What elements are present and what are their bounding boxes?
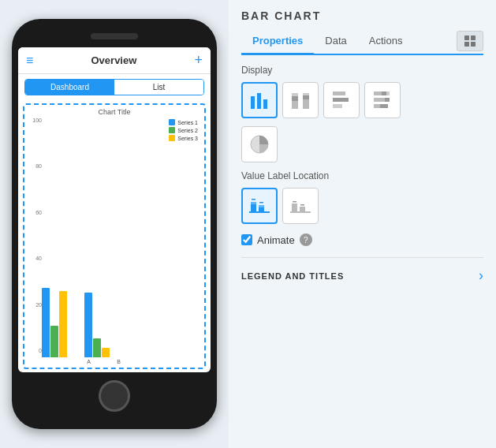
value-label-outside[interactable] bbox=[282, 188, 319, 224]
tab-properties[interactable]: Properties bbox=[241, 28, 314, 55]
help-icon[interactable]: ? bbox=[300, 233, 312, 246]
tab-dashboard[interactable]: Dashboard bbox=[25, 80, 114, 95]
phone-home-button[interactable] bbox=[99, 380, 130, 412]
animate-checkbox[interactable] bbox=[241, 234, 252, 245]
bar-b-s3 bbox=[102, 348, 110, 357]
phone-screen: ≡ Overview + Dashboard List Chart Title … bbox=[18, 47, 211, 372]
legend-label-s1: Series 1 bbox=[177, 120, 198, 125]
y-label: 80 bbox=[28, 163, 42, 169]
legend-label-s2: Series 2 bbox=[177, 128, 198, 133]
phone-device: ≡ Overview + Dashboard List Chart Title … bbox=[12, 19, 217, 429]
chart-title: Chart Title bbox=[28, 108, 201, 116]
display-stacked-bar[interactable] bbox=[282, 82, 319, 118]
legend-dot-s3 bbox=[169, 135, 175, 141]
bar-group-b bbox=[84, 293, 110, 357]
grid-icon bbox=[464, 35, 476, 47]
svg-rect-11 bbox=[303, 95, 309, 99]
bar-a-s2 bbox=[50, 326, 58, 357]
horizontal-bar-icon bbox=[330, 88, 353, 112]
svg-rect-21 bbox=[374, 104, 380, 108]
svg-rect-32 bbox=[292, 203, 297, 211]
display-section-label: Display bbox=[241, 65, 483, 76]
chart-legend: Series 1 Series 2 Series 3 bbox=[166, 118, 201, 364]
chevron-right-icon: › bbox=[479, 267, 483, 284]
svg-rect-1 bbox=[471, 35, 475, 40]
svg-rect-31 bbox=[290, 211, 311, 213]
svg-rect-13 bbox=[333, 91, 345, 95]
chart-body: 100 80 60 40 20 0 bbox=[28, 118, 201, 364]
svg-rect-0 bbox=[464, 35, 469, 40]
properties-panel: BAR CHART Properties Data Actions Displa… bbox=[229, 0, 496, 448]
svg-rect-2 bbox=[464, 42, 469, 47]
legend-series3: Series 3 bbox=[169, 135, 198, 141]
display-horizontal-stacked[interactable] bbox=[364, 82, 401, 118]
value-label-inside[interactable] bbox=[241, 188, 278, 224]
phone-mockup: ≡ Overview + Dashboard List Chart Title … bbox=[0, 0, 229, 448]
value-label-inside-icon bbox=[248, 194, 271, 218]
animate-row: Animate ? bbox=[241, 233, 483, 246]
screen-header: ≡ Overview + bbox=[18, 47, 211, 74]
svg-rect-34 bbox=[293, 201, 296, 203]
display-horizontal-bar[interactable] bbox=[323, 82, 360, 118]
svg-rect-26 bbox=[251, 202, 256, 204]
svg-rect-10 bbox=[303, 99, 309, 109]
svg-rect-6 bbox=[263, 99, 267, 109]
svg-rect-17 bbox=[382, 91, 386, 95]
screen-tabs: Dashboard List bbox=[24, 79, 204, 95]
value-label-options bbox=[241, 188, 483, 224]
legend-label-s3: Series 3 bbox=[177, 136, 198, 141]
svg-rect-30 bbox=[259, 202, 263, 203]
y-label: 60 bbox=[28, 210, 42, 215]
tab-data[interactable]: Data bbox=[314, 28, 357, 55]
bar-b-s1 bbox=[84, 293, 92, 357]
svg-rect-20 bbox=[385, 98, 390, 102]
tab-list[interactable]: List bbox=[114, 80, 203, 95]
horizontal-stacked-icon bbox=[371, 88, 394, 112]
svg-rect-35 bbox=[300, 204, 304, 206]
panel-header: BAR CHART Properties Data Actions bbox=[229, 0, 496, 55]
panel-tab-icon[interactable] bbox=[457, 31, 483, 51]
y-label: 20 bbox=[28, 302, 42, 308]
chart-area: Chart Title 100 80 60 40 20 0 bbox=[23, 103, 206, 369]
svg-rect-29 bbox=[252, 199, 255, 200]
svg-rect-9 bbox=[292, 93, 298, 96]
display-vertical-bar[interactable] bbox=[241, 82, 278, 118]
bars-area: A B bbox=[42, 118, 166, 364]
y-label: 0 bbox=[28, 348, 42, 353]
bar-group-a bbox=[42, 288, 67, 357]
value-label-section-label: Value Label Location bbox=[241, 170, 483, 181]
legend-dot-s2 bbox=[169, 127, 175, 133]
svg-rect-19 bbox=[374, 98, 385, 102]
legend-titles-label: LEGEND AND TITLES bbox=[241, 271, 344, 281]
panel-title: BAR CHART bbox=[241, 9, 483, 22]
svg-rect-24 bbox=[249, 211, 270, 213]
stacked-bar-icon bbox=[289, 88, 312, 112]
tab-actions[interactable]: Actions bbox=[358, 28, 414, 55]
legend-series1: Series 1 bbox=[169, 119, 198, 125]
y-label: 100 bbox=[28, 118, 42, 123]
bar-a-s1 bbox=[42, 288, 50, 357]
bars-container bbox=[42, 118, 166, 357]
svg-rect-5 bbox=[257, 93, 261, 109]
legend-titles-row[interactable]: LEGEND AND TITLES › bbox=[241, 257, 483, 293]
y-axis: 100 80 60 40 20 0 bbox=[28, 118, 42, 364]
svg-rect-15 bbox=[333, 104, 342, 108]
display-pie[interactable] bbox=[241, 126, 278, 162]
display-options-row2 bbox=[241, 126, 483, 162]
plus-icon[interactable]: + bbox=[194, 52, 203, 69]
svg-rect-4 bbox=[251, 96, 255, 109]
bar-b-s2 bbox=[93, 338, 101, 357]
value-label-outside-icon bbox=[289, 194, 312, 218]
legend-dot-s1 bbox=[169, 119, 175, 125]
panel-content: Display bbox=[229, 55, 496, 448]
svg-rect-8 bbox=[292, 96, 298, 101]
screen-title: Overview bbox=[91, 54, 137, 66]
svg-rect-16 bbox=[374, 91, 382, 95]
hamburger-icon[interactable]: ≡ bbox=[26, 54, 33, 68]
svg-rect-14 bbox=[333, 98, 349, 102]
x-label-b: B bbox=[106, 359, 132, 364]
x-labels: A B bbox=[42, 359, 166, 364]
svg-rect-7 bbox=[292, 101, 298, 109]
bar-a-s3 bbox=[59, 291, 67, 357]
svg-rect-28 bbox=[259, 205, 264, 207]
